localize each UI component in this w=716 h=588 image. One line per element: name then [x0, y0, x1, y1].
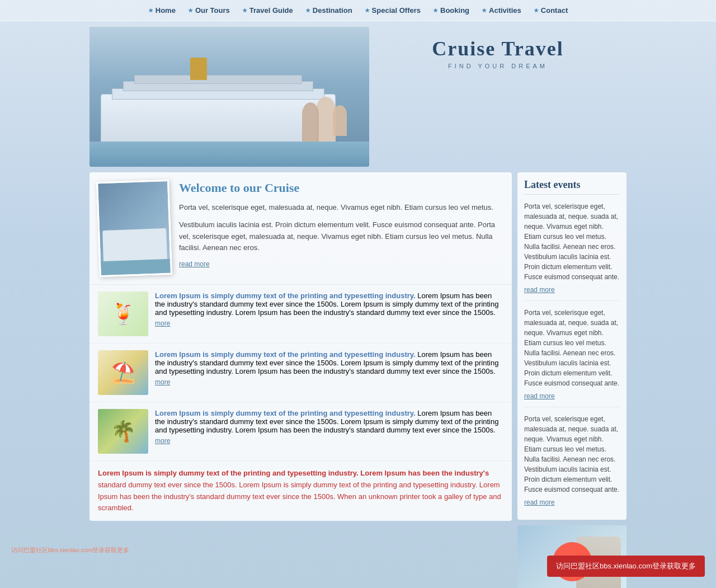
nav-star-icon: ★ [305, 7, 310, 13]
event-text-2: Porta vel, scelerisque eget, malesuada a… [524, 308, 620, 388]
nav-booking[interactable]: ★ Booking [428, 4, 474, 16]
nav-star-icon: ★ [188, 7, 193, 13]
article-item-3: 🌴 Lorem Ipsum is simply dummy text of th… [90, 402, 512, 461]
sidebar-events: Latest events Porta vel, scelerisque ege… [517, 172, 626, 520]
article-item-1: 🍹 Lorem Ipsum is simply dummy text of th… [90, 285, 512, 344]
article-title-1: Lorem Ipsum is simply dummy text of the … [155, 291, 416, 300]
article-more-1[interactable]: more [155, 319, 503, 327]
hero-image [90, 27, 369, 167]
bottom-body: standard dummy text ever since the 1500s… [98, 481, 501, 512]
article-more-3[interactable]: more [155, 437, 503, 445]
event-item-1: Porta vel, scelerisque eget, malesuada a… [524, 201, 620, 301]
content-row: Welcome to our Cruise Porta vel, sceleri… [90, 172, 626, 588]
water [90, 142, 369, 167]
beach-icon: ⛱️ [111, 361, 136, 384]
nav-activities-label: Activities [489, 6, 521, 15]
sidebar: Latest events Porta vel, scelerisque ege… [517, 172, 626, 588]
nav-travel-guide[interactable]: ★ Travel Guide [238, 4, 298, 16]
watermark: 访问巴盟社区bbs.xienlao.com登录获取更多 [11, 546, 130, 554]
bottom-text: Lorem Ipsum is simply dummy text of the … [90, 461, 512, 521]
nav-star-icon: ★ [242, 7, 247, 13]
events-heading: Latest events [524, 179, 620, 195]
logo-area: Cruise Travel FIND YOUR DREAM [369, 27, 626, 81]
main-wrapper: Cruise Travel FIND YOUR DREAM Welcome to… [90, 21, 626, 588]
welcome-text: Welcome to our Cruise Porta vel, sceleri… [179, 181, 503, 276]
welcome-thumbnail [96, 180, 172, 277]
water-mini-thumb [101, 259, 171, 275]
logo-title: Cruise Travel [386, 38, 610, 60]
welcome-heading: Welcome to our Cruise [179, 181, 503, 195]
event-text-3: Porta vel, scelerisque eget, malesuada a… [524, 414, 620, 495]
article-text-2: Lorem Ipsum is simply dummy text of the … [155, 350, 503, 395]
welcome-read-more[interactable]: read more [179, 260, 210, 268]
notification-button[interactable]: 访问巴盟社区bbs.xienlao.com登录获取更多 [547, 556, 705, 577]
nav-special-offers[interactable]: ★ Special Offers [360, 4, 425, 16]
funnel [190, 58, 207, 80]
article-text-1: Lorem Ipsum is simply dummy text of the … [155, 291, 503, 336]
article-thumb-2: ⛱️ [98, 350, 148, 395]
nav-our-tours-label: Our Tours [195, 6, 230, 15]
bottom-title: Lorem Ipsum is simply dummy text of the … [98, 469, 489, 477]
ship-body [101, 94, 336, 144]
nav-contact-label: Contact [541, 6, 568, 15]
welcome-section: Welcome to our Cruise Porta vel, sceleri… [90, 172, 512, 285]
person2 [302, 102, 319, 142]
main-navigation: ★ Home ★ Our Tours ★ Travel Guide ★ Dest… [0, 0, 716, 21]
nav-travel-guide-label: Travel Guide [249, 6, 293, 15]
ship-deck3 [134, 75, 302, 84]
nav-home[interactable]: ★ Home [144, 4, 180, 16]
drink-icon: 🍹 [111, 302, 136, 326]
welcome-para1: Porta vel, scelerisque eget, malesuada a… [179, 202, 503, 214]
nav-star-icon: ★ [148, 7, 153, 13]
main-content: Welcome to our Cruise Porta vel, sceleri… [90, 172, 512, 521]
island-icon: 🌴 [111, 420, 136, 443]
header-area: Cruise Travel FIND YOUR DREAM [90, 27, 626, 167]
nav-home-label: Home [156, 6, 176, 15]
article-text-3: Lorem Ipsum is simply dummy text of the … [155, 409, 503, 454]
article-item-2: ⛱️ Lorem Ipsum is simply dummy text of t… [90, 344, 512, 402]
nav-our-tours[interactable]: ★ Our Tours [183, 4, 234, 16]
event-text-1: Porta vel, scelerisque eget, malesuada a… [524, 201, 620, 282]
nav-star-icon: ★ [482, 7, 487, 13]
article-thumb-1: 🍹 [98, 291, 148, 336]
article-title-2: Lorem Ipsum is simply dummy text of the … [155, 350, 416, 359]
nav-star-icon: ★ [433, 7, 438, 13]
nav-star-icon: ★ [534, 7, 539, 13]
ship-mini-thumb [102, 228, 167, 264]
nav-star-icon: ★ [365, 7, 370, 13]
welcome-para2: Vestibulum iaculis lacinia est. Proin di… [179, 219, 503, 254]
nav-destination-label: Destination [313, 6, 352, 15]
nav-activities[interactable]: ★ Activities [477, 4, 526, 16]
event-read-more-2[interactable]: read more [524, 392, 555, 400]
person3 [333, 105, 347, 136]
event-item-2: Porta vel, scelerisque eget, malesuada a… [524, 308, 620, 407]
nav-booking-label: Booking [440, 6, 469, 15]
event-item-3: Porta vel, scelerisque eget, malesuada a… [524, 414, 620, 513]
article-thumb-3: 🌴 [98, 409, 148, 454]
article-more-2[interactable]: more [155, 378, 503, 386]
nav-contact[interactable]: ★ Contact [529, 4, 572, 16]
nav-destination[interactable]: ★ Destination [301, 4, 357, 16]
event-read-more-3[interactable]: read more [524, 498, 555, 506]
article-title-3: Lorem Ipsum is simply dummy text of the … [155, 409, 416, 417]
event-read-more-1[interactable]: read more [524, 286, 555, 294]
nav-special-offers-label: Special Offers [372, 6, 421, 15]
logo-subtitle: FIND YOUR DREAM [386, 63, 610, 69]
